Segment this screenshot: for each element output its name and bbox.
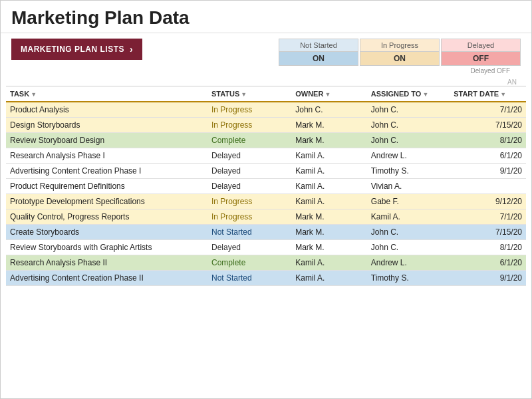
- cell-task: Review Storyboard Design: [6, 133, 207, 148]
- cell-start: 7/1/20: [450, 209, 526, 225]
- cell-assigned: Gabe F.: [367, 194, 450, 209]
- cell-status: In Progress: [207, 102, 291, 118]
- table-row: Create Storyboards Not Started Mark M. J…: [6, 225, 526, 240]
- cell-assigned: Timothy S.: [367, 164, 450, 179]
- col-header-owner: OWNER▼: [291, 86, 367, 102]
- cell-start: 8/1/20: [450, 133, 526, 148]
- cell-owner: Mark M.: [291, 209, 367, 225]
- cell-owner: Kamil A.: [291, 179, 367, 194]
- toggle-label-delayed: Delayed: [441, 39, 521, 52]
- cell-status: Delayed: [207, 240, 291, 255]
- dropdown-arrow-icon[interactable]: ▼: [325, 91, 331, 98]
- cell-status: In Progress: [207, 194, 291, 209]
- cell-owner: Kamil A.: [291, 194, 367, 209]
- cell-start: 9/12/20: [450, 194, 526, 209]
- table-row: Research Analysis Phase II Complete Kami…: [6, 255, 526, 271]
- toggle-value-delayed[interactable]: OFF: [441, 52, 521, 66]
- cell-assigned: Timothy S.: [367, 271, 450, 286]
- marketing-plan-lists-label: MARKETING PLAN LISTS: [21, 45, 124, 54]
- cell-owner: Kamil A.: [291, 164, 367, 179]
- toggle-label-not-started: Not Started: [279, 39, 358, 52]
- table-row: Design Storyboards In Progress Mark M. J…: [6, 118, 526, 133]
- cell-status: Delayed: [207, 179, 291, 194]
- cell-assigned: Vivian A.: [367, 179, 450, 194]
- table-row: Review Storyboard Design Complete Mark M…: [6, 133, 526, 148]
- table-row: Quality Control, Progress Reports In Pro…: [6, 209, 526, 225]
- cell-assigned: John C.: [367, 118, 450, 133]
- cell-status: Delayed: [207, 164, 291, 179]
- cell-start: 7/1/20: [450, 102, 526, 118]
- cell-start: [450, 179, 526, 194]
- cell-owner: Mark M.: [291, 240, 367, 255]
- cell-task: Quality Control, Progress Reports: [6, 209, 207, 225]
- toggle-delayed[interactable]: Delayed OFF: [441, 39, 521, 66]
- dropdown-arrow-icon[interactable]: ▼: [500, 91, 506, 98]
- col-header-status: STATUS▼: [207, 86, 291, 102]
- cell-status: Delayed: [207, 148, 291, 164]
- cell-task: Research Analysis Phase II: [6, 255, 207, 271]
- main-table: TASK▼STATUS▼OWNER▼ASSIGNED TO▼START DATE…: [6, 86, 526, 286]
- cell-start: 6/1/20: [450, 255, 526, 271]
- table-row: Product Analysis In Progress John C. Joh…: [6, 102, 526, 118]
- cell-owner: John C.: [291, 102, 367, 118]
- cell-status: Not Started: [207, 225, 291, 240]
- top-bar: MARKETING PLAN LISTS › Not Started ON In…: [1, 33, 531, 78]
- table-header: TASK▼STATUS▼OWNER▼ASSIGNED TO▼START DATE…: [6, 86, 526, 102]
- cell-status: Complete: [207, 133, 291, 148]
- toggle-not-started[interactable]: Not Started ON: [279, 39, 358, 66]
- header: Marketing Plan Data: [1, 1, 531, 33]
- cell-start: 7/15/20: [450, 225, 526, 240]
- chevron-right-icon: ›: [130, 44, 133, 55]
- cell-start: 9/1/20: [450, 164, 526, 179]
- toggle-value-in-progress[interactable]: ON: [360, 52, 440, 66]
- cell-assigned: John C.: [367, 133, 450, 148]
- cell-task: Design Storyboards: [6, 118, 207, 133]
- toggle-value-not-started[interactable]: ON: [279, 52, 358, 66]
- toggle-label-in-progress: In Progress: [360, 39, 440, 52]
- cell-status: Complete: [207, 255, 291, 271]
- cell-start: 7/15/20: [450, 118, 526, 133]
- cell-assigned: John C.: [367, 240, 450, 255]
- col-header-start-date: START DATE▼: [450, 86, 526, 102]
- dropdown-arrow-icon[interactable]: ▼: [241, 91, 247, 98]
- cell-owner: Kamil A.: [291, 148, 367, 164]
- cell-task: Review Storyboards with Graphic Artists: [6, 240, 207, 255]
- cell-assigned: Andrew L.: [367, 255, 450, 271]
- cell-task: Create Storyboards: [6, 225, 207, 240]
- dropdown-arrow-icon[interactable]: ▼: [422, 91, 428, 98]
- table-container: TASK▼STATUS▼OWNER▼ASSIGNED TO▼START DATE…: [1, 86, 531, 286]
- cell-owner: Mark M.: [291, 118, 367, 133]
- toggle-section: Not Started ON In Progress ON Delayed OF…: [279, 39, 521, 66]
- cell-task: Advertising Content Creation Phase II: [6, 271, 207, 286]
- table-row: Prototype Development Specifications In …: [6, 194, 526, 209]
- cell-status: In Progress: [207, 209, 291, 225]
- table-row: Review Storyboards with Graphic Artists …: [6, 240, 526, 255]
- table-row: Advertising Content Creation Phase II No…: [6, 271, 526, 286]
- cell-assigned: John C.: [367, 225, 450, 240]
- dropdown-arrow-icon[interactable]: ▼: [31, 91, 37, 98]
- col-header-task: TASK▼: [6, 86, 207, 102]
- table-row: Research Analysis Phase I Delayed Kamil …: [6, 148, 526, 164]
- cell-owner: Mark M.: [291, 225, 367, 240]
- col-header-assigned-to: ASSIGNED TO▼: [367, 86, 450, 102]
- table-row: Product Requirement Definitions Delayed …: [6, 179, 526, 194]
- cell-start: 9/1/20: [450, 271, 526, 286]
- delayed-off-note: Delayed OFF: [471, 67, 521, 76]
- cell-assigned: Andrew L.: [367, 148, 450, 164]
- cell-start: 6/1/20: [450, 148, 526, 164]
- toggle-in-progress[interactable]: In Progress ON: [360, 39, 440, 66]
- cell-task: Research Analysis Phase I: [6, 148, 207, 164]
- marketing-plan-lists-button[interactable]: MARKETING PLAN LISTS ›: [11, 39, 142, 60]
- ant-label: AN: [507, 78, 521, 86]
- cell-assigned: John C.: [367, 102, 450, 118]
- cell-owner: Kamil A.: [291, 255, 367, 271]
- cell-task: Advertising Content Creation Phase I: [6, 164, 207, 179]
- page-title: Marketing Plan Data: [11, 7, 190, 28]
- cell-task: Prototype Development Specifications: [6, 194, 207, 209]
- cell-start: 8/1/20: [450, 240, 526, 255]
- cell-status: In Progress: [207, 118, 291, 133]
- cell-owner: Kamil A.: [291, 271, 367, 286]
- table-row: Advertising Content Creation Phase I Del…: [6, 164, 526, 179]
- cell-task: Product Requirement Definitions: [6, 179, 207, 194]
- cell-assigned: Kamil A.: [367, 209, 450, 225]
